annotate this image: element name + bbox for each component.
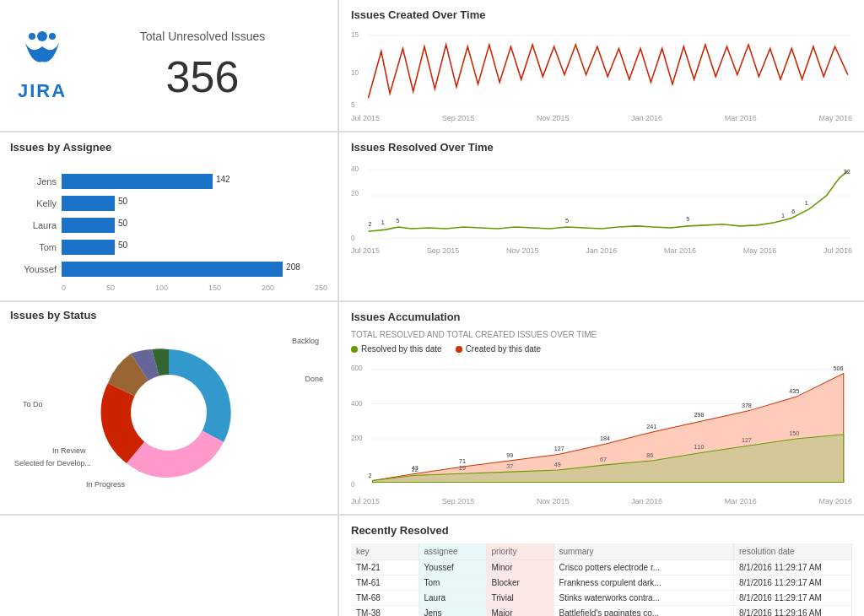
cell-priority-2: Trivial bbox=[486, 591, 554, 606]
issues-created-title: Issues Created Over Time bbox=[351, 8, 852, 21]
bar-container-laura: 50 bbox=[62, 218, 327, 233]
table-row: TM-21 Youssef Minor Crisco potters elect… bbox=[351, 560, 852, 575]
col-header-priority: priority bbox=[486, 543, 554, 560]
issues-accum-subtitle: TOTAL RESOLVED AND TOTAL CREATED ISSUES … bbox=[351, 330, 852, 339]
x-label-jan16: Jan 2016 bbox=[586, 246, 617, 255]
svg-text:184: 184 bbox=[600, 435, 610, 442]
bar-youssef bbox=[62, 262, 283, 277]
bar-laura bbox=[62, 218, 115, 233]
accum-x-1: Sep 2015 bbox=[442, 497, 475, 505]
empty-bottom-left bbox=[0, 516, 338, 616]
issues-resolved-x-labels: Jul 2015 Sep 2015 Nov 2015 Jan 2016 Mar … bbox=[351, 246, 852, 255]
svg-point-0 bbox=[37, 31, 47, 41]
bar-kelly bbox=[62, 196, 115, 211]
bar-axis: 0 50 100 150 200 250 bbox=[10, 284, 327, 292]
legend-todo: To Do bbox=[23, 400, 43, 408]
x-label-may16: May 2016 bbox=[743, 246, 777, 255]
svg-text:40: 40 bbox=[351, 165, 359, 173]
bar-value-jens: 142 bbox=[216, 175, 230, 184]
bar-row-laura: Laura 50 bbox=[10, 218, 327, 233]
x-label-nov15: Nov 2015 bbox=[506, 246, 539, 255]
resolved-label: Resolved by this date bbox=[361, 344, 442, 354]
x-label-jul16: Jul 2016 bbox=[824, 246, 852, 255]
jira-logo: JIRA bbox=[17, 30, 68, 102]
issues-accum-title: Issues Accumulation bbox=[351, 311, 852, 323]
bar-row-kelly: Kelly 50 bbox=[10, 196, 327, 211]
table-row: TM-68 Laura Trivial Stinks waterworks co… bbox=[351, 591, 852, 606]
x-label-4: Mar 2016 bbox=[725, 114, 757, 122]
cell-priority-1: Blocker bbox=[486, 575, 554, 591]
svg-text:37: 37 bbox=[506, 462, 513, 470]
legend-created: Created by this date bbox=[456, 344, 542, 354]
svg-text:378: 378 bbox=[742, 402, 752, 409]
svg-text:22: 22 bbox=[412, 466, 418, 473]
svg-text:150: 150 bbox=[789, 430, 799, 437]
svg-point-1 bbox=[29, 33, 35, 40]
bar-label-laura: Laura bbox=[10, 220, 57, 230]
issues-created-chart: 15 10 5 bbox=[351, 28, 852, 112]
svg-text:0: 0 bbox=[351, 234, 355, 242]
svg-text:49: 49 bbox=[554, 461, 561, 468]
svg-text:5: 5 bbox=[565, 217, 569, 224]
bar-label-tom: Tom bbox=[10, 242, 57, 252]
x-label-3: Jan 2016 bbox=[631, 114, 662, 122]
svg-text:1: 1 bbox=[781, 212, 785, 219]
cell-key-2: TM-68 bbox=[351, 591, 418, 606]
col-header-key: key bbox=[351, 543, 418, 560]
svg-text:5: 5 bbox=[351, 100, 355, 109]
svg-point-24 bbox=[131, 375, 207, 451]
bar-container-tom: 50 bbox=[62, 240, 327, 255]
svg-text:110: 110 bbox=[694, 443, 705, 451]
svg-text:298: 298 bbox=[694, 411, 705, 419]
svg-text:86: 86 bbox=[646, 451, 653, 459]
axis-250: 250 bbox=[315, 284, 327, 292]
axis-200: 200 bbox=[262, 284, 274, 292]
recently-resolved-panel: Recently Resolved key assignee priority … bbox=[339, 516, 864, 616]
svg-text:400: 400 bbox=[351, 400, 363, 408]
issues-assignee-panel: Issues by Assignee Jens 142 Kelly 50 Lau… bbox=[0, 132, 338, 300]
svg-text:506: 506 bbox=[833, 365, 843, 372]
bar-label-jens: Jens bbox=[10, 176, 57, 186]
created-label: Created by this date bbox=[466, 344, 542, 354]
svg-text:600: 600 bbox=[351, 365, 363, 372]
x-label-jul15: Jul 2015 bbox=[351, 246, 380, 255]
bar-row-jens: Jens 142 bbox=[10, 174, 327, 189]
accum-x-0: Jul 2015 bbox=[351, 497, 380, 505]
svg-text:1: 1 bbox=[805, 199, 808, 207]
cell-assignee-3: Jens bbox=[418, 606, 486, 617]
bar-label-youssef: Youssef bbox=[10, 264, 57, 274]
cell-summary-3: Battlefield's paginates co... bbox=[554, 606, 734, 617]
table-header-row: key assignee priority summary resolution… bbox=[351, 543, 852, 560]
svg-text:6: 6 bbox=[791, 208, 795, 215]
issues-created-panel: Issues Created Over Time 15 10 5 Jul 201… bbox=[339, 0, 864, 131]
cell-key-3: TM-38 bbox=[351, 606, 418, 617]
bar-container-jens: 142 bbox=[62, 174, 327, 189]
issues-status-title: Issues by Status bbox=[10, 309, 327, 322]
svg-text:10: 10 bbox=[351, 68, 359, 76]
logo-total-panel: JIRA Total Unresolved Issues 356 bbox=[0, 0, 338, 131]
cell-summary-0: Crisco potters electrode r... bbox=[554, 560, 734, 575]
x-label-5: May 2016 bbox=[818, 114, 852, 122]
x-label-1: Sep 2015 bbox=[442, 114, 475, 122]
x-label-0: Jul 2015 bbox=[351, 114, 380, 122]
bar-row-tom: Tom 50 bbox=[10, 240, 327, 255]
accum-x-3: Jan 2016 bbox=[631, 497, 662, 505]
table-row: TM-38 Jens Major Battlefield's paginates… bbox=[351, 606, 852, 617]
cell-date-3: 8/1/2016 11:29:16 AM bbox=[734, 606, 852, 617]
legend-inprogress: In Progress bbox=[86, 480, 125, 489]
svg-text:99: 99 bbox=[506, 451, 513, 459]
svg-text:0: 0 bbox=[351, 481, 355, 489]
cell-date-1: 8/1/2016 11:29:17 AM bbox=[734, 575, 852, 591]
x-label-2: Nov 2015 bbox=[537, 114, 570, 122]
axis-50: 50 bbox=[106, 284, 115, 292]
recently-resolved-title: Recently Resolved bbox=[351, 524, 852, 537]
recently-resolved-table: key assignee priority summary resolution… bbox=[351, 543, 852, 616]
svg-text:67: 67 bbox=[600, 456, 607, 463]
bar-container-kelly: 50 bbox=[62, 196, 327, 211]
svg-text:1: 1 bbox=[381, 219, 385, 226]
status-donut-chart bbox=[84, 332, 253, 493]
cell-priority-3: Major bbox=[486, 606, 554, 617]
bar-container-youssef: 208 bbox=[62, 262, 327, 277]
cell-date-2: 8/1/2016 11:29:17 AM bbox=[734, 591, 852, 606]
total-issues-widget: Total Unresolved Issues 356 bbox=[84, 30, 321, 102]
